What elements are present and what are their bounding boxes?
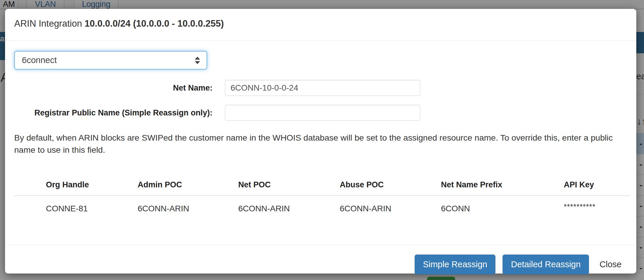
swip-description: By default, when ARIN blocks are SWIPed …: [14, 132, 627, 156]
col-net-name-prefix: Net Name Prefix: [441, 180, 564, 189]
cell-org-handle: CONNE-81: [46, 204, 138, 213]
select-updown-icon: [195, 57, 200, 64]
modal-title: ARIN Integration 10.0.0.0/24 (10.0.0.0 -…: [14, 18, 224, 29]
net-name-input[interactable]: [225, 80, 420, 96]
col-net-poc: Net POC: [238, 180, 340, 189]
modal-header: ARIN Integration 10.0.0.0/24 (10.0.0.0 -…: [5, 9, 636, 41]
title-prefix: ARIN Integration: [14, 18, 82, 29]
title-resource: 10.0.0.0/24 (10.0.0.0 - 10.0.0.255): [85, 18, 224, 29]
org-table-header: Org Handle Admin POC Net POC Abuse POC N…: [14, 178, 630, 192]
detailed-reassign-button[interactable]: Detailed Reassign: [503, 255, 589, 274]
net-name-label: Net Name:: [14, 83, 212, 93]
registrar-public-name-row: Registrar Public Name (Simple Reassign o…: [14, 105, 420, 121]
cell-api-key: **********: [564, 202, 595, 211]
arin-integration-modal: ARIN Integration 10.0.0.0/24 (10.0.0.0 -…: [5, 9, 636, 273]
registrar-public-name-label: Registrar Public Name (Simple Reassign o…: [14, 108, 212, 118]
col-admin-poc: Admin POC: [138, 180, 238, 189]
close-button[interactable]: Close: [598, 260, 623, 269]
cell-abuse-poc: 6CONN-ARIN: [340, 204, 441, 213]
simple-reassign-button[interactable]: Simple Reassign: [415, 255, 496, 274]
cell-admin-poc: 6CONN-ARIN: [138, 204, 238, 213]
integration-select-value: 6connect: [22, 55, 57, 65]
cell-net-name-prefix: 6CONN: [441, 204, 564, 213]
integration-select[interactable]: 6connect: [14, 51, 207, 70]
org-table: Org Handle Admin POC Net POC Abuse POC N…: [14, 178, 630, 221]
col-api-key: API Key: [564, 180, 630, 189]
registrar-public-name-input[interactable]: [225, 105, 420, 121]
col-abuse-poc: Abuse POC: [340, 180, 441, 189]
cell-net-poc: 6CONN-ARIN: [238, 204, 340, 213]
col-org-handle: Org Handle: [46, 180, 138, 189]
net-name-row: Net Name:: [14, 80, 420, 96]
org-table-row: CONNE-81 6CONN-ARIN 6CONN-ARIN 6CONN-ARI…: [14, 196, 630, 221]
modal-footer: Simple Reassign Detailed Reassign Close: [5, 245, 636, 273]
